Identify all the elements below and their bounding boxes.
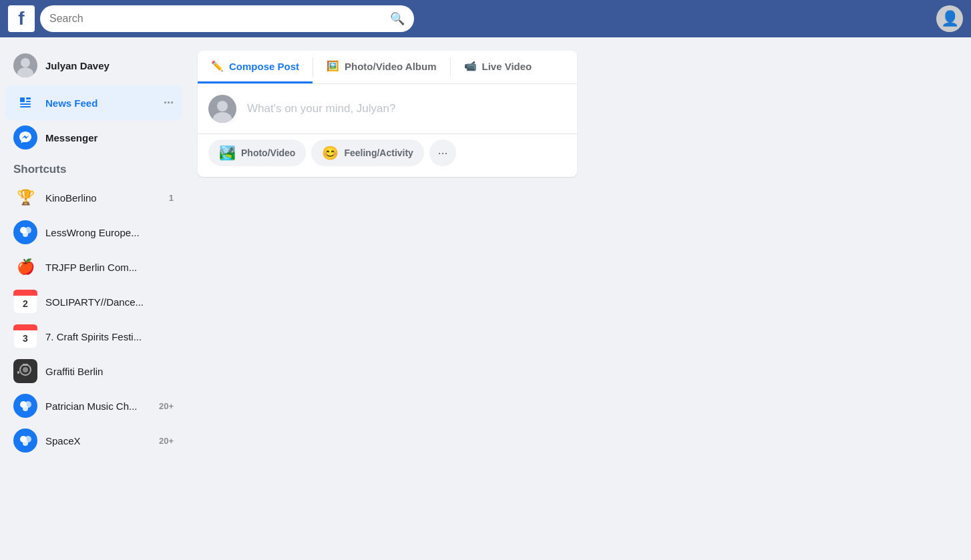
- feeling-activity-icon: 😊: [322, 145, 339, 161]
- svg-rect-22: [23, 364, 28, 366]
- compose-post-label: Compose Post: [229, 61, 299, 72]
- shortcut-spacex[interactable]: SpaceX 20+: [5, 423, 182, 458]
- soliparty-icon: 2: [13, 290, 37, 314]
- trjfp-label: TRJFP Berlin Com...: [45, 262, 174, 273]
- shortcut-lesswrong[interactable]: LessWrong Europe...: [5, 215, 182, 250]
- compose-post-icon: ✏️: [211, 60, 224, 72]
- live-video-label: Live Video: [482, 61, 532, 72]
- messenger-icon: [13, 125, 37, 150]
- kinoberlino-badge: 1: [169, 193, 174, 203]
- user-avatar-nav[interactable]: 👤: [936, 5, 963, 32]
- soliparty-label: SOLIPARTY//Dance...: [45, 296, 174, 308]
- search-icon: 🔍: [390, 11, 405, 26]
- patrician-music-label: Patrician Music Ch...: [45, 400, 159, 412]
- svg-rect-3: [20, 97, 25, 102]
- sidebar-item-messenger[interactable]: Messenger: [5, 120, 182, 155]
- svg-rect-13: [13, 294, 37, 296]
- composer-user-avatar: [208, 95, 236, 123]
- craft-spirits-icon: 3: [13, 324, 37, 348]
- spacex-icon: [13, 429, 37, 453]
- top-navigation: f 🔍 👤: [0, 0, 971, 37]
- trjfp-icon: 🍎: [13, 255, 37, 279]
- svg-point-10: [23, 232, 28, 237]
- shortcut-patrician-music[interactable]: Patrician Music Ch... 20+: [5, 388, 182, 423]
- spacex-label: SpaceX: [45, 435, 159, 447]
- svg-point-21: [23, 367, 28, 372]
- feeling-activity-button[interactable]: 😊 Feeling/Activity: [311, 139, 423, 166]
- svg-rect-6: [20, 103, 31, 105]
- graffiti-berlin-label: Graffiti Berlin: [45, 366, 174, 377]
- shortcut-trjfp[interactable]: 🍎 TRJFP Berlin Com...: [5, 250, 182, 284]
- facebook-logo[interactable]: f: [8, 5, 35, 32]
- tab-compose-post[interactable]: ✏️ Compose Post: [198, 51, 313, 83]
- post-composer: ✏️ Compose Post 🖼️ Photo/Video Album 📹 L…: [198, 51, 577, 177]
- shortcut-graffiti-berlin[interactable]: Graffiti Berlin: [5, 354, 182, 388]
- messenger-label: Messenger: [45, 132, 174, 144]
- svg-point-29: [23, 441, 28, 446]
- shortcuts-title: Shortcuts: [5, 155, 182, 180]
- lesswrong-label: LessWrong Europe...: [45, 227, 174, 238]
- svg-rect-7: [20, 106, 31, 107]
- photo-video-icon: 🖼️: [327, 60, 339, 72]
- svg-text:2: 2: [23, 298, 28, 309]
- news-feed-icon: [13, 91, 37, 115]
- user-name: Julyan Davey: [45, 60, 110, 71]
- svg-rect-17: [13, 328, 37, 330]
- avatar-svg: [13, 53, 37, 77]
- svg-rect-5: [26, 101, 31, 102]
- page-layout: Julyan Davey News Feed ···: [0, 37, 971, 560]
- lesswrong-icon: [13, 220, 37, 244]
- main-content: ✏️ Compose Post 🖼️ Photo/Video Album 📹 L…: [187, 37, 588, 560]
- graffiti-berlin-icon: [13, 359, 37, 383]
- search-wrapper: 🔍: [40, 5, 414, 32]
- svg-rect-23: [17, 371, 19, 374]
- search-container: 🔍: [40, 5, 414, 32]
- photo-video-label: Photo/Video Album: [345, 61, 437, 72]
- sidebar-item-news-feed[interactable]: News Feed ···: [5, 85, 182, 120]
- shortcut-kinoberlino[interactable]: 🏆 KinoBerlino 1: [5, 180, 182, 215]
- shortcut-craft-spirits[interactable]: 3 7. Craft Spirits Festi...: [5, 319, 182, 354]
- svg-point-26: [23, 406, 28, 411]
- svg-rect-4: [26, 97, 31, 99]
- user-profile-item[interactable]: Julyan Davey: [5, 48, 182, 83]
- photo-video-action-button[interactable]: 🏞️ Photo/Video: [208, 139, 306, 166]
- shortcut-soliparty[interactable]: 2 SOLIPARTY//Dance...: [5, 284, 182, 319]
- craft-spirits-label: 7. Craft Spirits Festi...: [45, 331, 174, 342]
- kinoberlino-icon: 🏆: [13, 186, 37, 210]
- search-input[interactable]: [49, 13, 385, 25]
- more-actions-button[interactable]: ···: [429, 139, 456, 166]
- svg-text:3: 3: [23, 333, 28, 344]
- composer-body: What's on your mind, Julyan?: [198, 84, 577, 133]
- tab-photo-video[interactable]: 🖼️ Photo/Video Album: [313, 51, 450, 83]
- composer-post-input[interactable]: What's on your mind, Julyan?: [244, 98, 566, 119]
- composer-tabs: ✏️ Compose Post 🖼️ Photo/Video Album 📹 L…: [198, 51, 577, 84]
- patrician-music-icon: [13, 394, 37, 418]
- photo-video-action-label: Photo/Video: [241, 148, 295, 158]
- svg-point-31: [217, 101, 228, 111]
- news-feed-more[interactable]: ···: [164, 96, 174, 110]
- spacex-badge: 20+: [159, 436, 174, 446]
- kinoberlino-label: KinoBerlino: [45, 192, 169, 204]
- photo-video-action-icon: 🏞️: [219, 145, 236, 161]
- composer-actions: 🏞️ Photo/Video 😊 Feeling/Activity ···: [198, 133, 577, 177]
- user-avatar: [13, 53, 37, 77]
- svg-point-1: [21, 58, 30, 67]
- sidebar: Julyan Davey News Feed ···: [0, 37, 187, 560]
- news-feed-label: News Feed: [45, 97, 164, 109]
- live-video-icon: 📹: [464, 60, 477, 72]
- patrician-music-badge: 20+: [159, 401, 174, 411]
- feeling-activity-label: Feeling/Activity: [344, 148, 413, 158]
- tab-live-video[interactable]: 📹 Live Video: [451, 51, 546, 83]
